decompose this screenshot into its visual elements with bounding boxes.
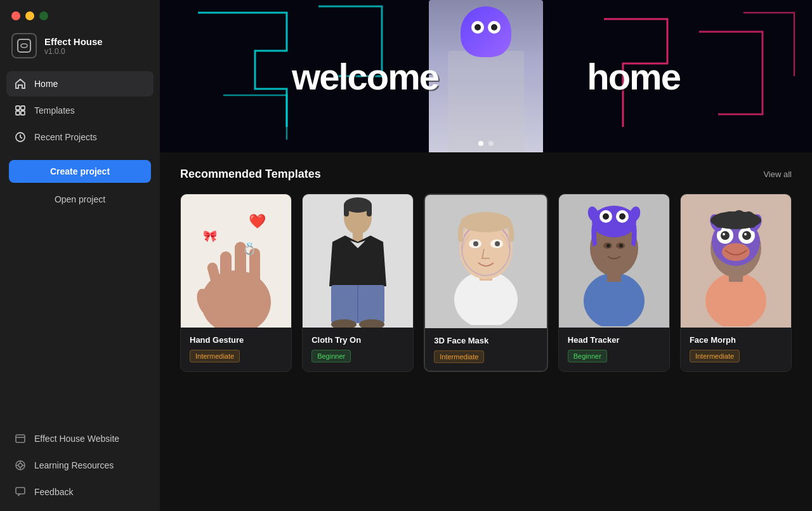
svg-point-59 (721, 231, 730, 240)
minimize-button[interactable] (25, 11, 34, 20)
main-content: welcome home (160, 0, 812, 511)
main-nav: Home Templates Recent Projects (0, 71, 160, 150)
template-card-hand-gesture[interactable]: ❤️ 🎀 💍 Hand Gesture Intermediate (180, 194, 292, 372)
person-illustration-face-morph (688, 196, 783, 326)
card-badge-face-mask: Intermediate (434, 350, 484, 363)
card-body-face-mask: 3D Face Mask Intermediate (425, 328, 547, 371)
svg-point-38 (461, 212, 511, 232)
hero-banner: welcome home (160, 0, 812, 152)
card-title-cloth: Cloth Try On (311, 335, 404, 345)
svg-point-51 (606, 244, 610, 248)
content-area: Recommended Templates View all (160, 152, 812, 511)
view-all-link[interactable]: View all (763, 169, 792, 179)
card-badge-head-tracker: Beginner (568, 350, 607, 362)
card-badge-cloth: Beginner (311, 350, 351, 362)
svg-point-42 (592, 206, 636, 237)
carousel-dot-2[interactable] (488, 141, 494, 146)
home-word: home (587, 56, 680, 97)
nav-label-home: Home (34, 79, 58, 89)
nav-label-website: Effect House Website (34, 434, 119, 444)
svg-point-8 (18, 463, 22, 467)
svg-point-63 (722, 243, 750, 261)
ring-emoji: 💍 (242, 242, 256, 256)
svg-rect-28 (344, 204, 349, 216)
svg-rect-13 (16, 488, 25, 494)
svg-point-62 (744, 233, 747, 236)
heart-emoji: ❤️ (249, 213, 266, 230)
create-project-button[interactable]: Create project (9, 160, 151, 183)
carousel-dot-1[interactable] (478, 141, 483, 146)
template-card-face-mask[interactable]: 3D Face Mask Intermediate (424, 194, 548, 372)
feedback-icon (14, 486, 27, 498)
nav-item-templates[interactable]: Templates (6, 98, 154, 123)
card-image-head-tracker (559, 194, 669, 328)
templates-icon (14, 104, 27, 117)
recent-icon (14, 131, 27, 143)
template-card-head-tracker[interactable]: Head Tracker Beginner (558, 194, 670, 372)
person-illustration-head-tracker (566, 196, 662, 326)
card-title-face-morph: Face Morph (690, 335, 782, 345)
hand-illustration (185, 201, 287, 328)
card-body-head-tracker: Head Tracker Beginner (559, 328, 669, 370)
card-badge-face-morph: Intermediate (690, 350, 740, 362)
svg-point-36 (473, 241, 478, 246)
home-icon (14, 77, 27, 90)
card-body-cloth: Cloth Try On Beginner (303, 328, 413, 370)
card-title-hand-gesture: Hand Gesture (190, 335, 282, 345)
svg-rect-2 (21, 106, 25, 110)
svg-point-71 (747, 218, 757, 228)
section-title: Recommended Templates (180, 168, 321, 181)
person-illustration-face-mask (438, 198, 534, 325)
app-version: v1.0.0 (44, 47, 103, 56)
card-body-hand-gesture: Hand Gesture Intermediate (181, 328, 291, 370)
app-icon (11, 33, 37, 58)
template-card-cloth[interactable]: Cloth Try On Beginner (302, 194, 414, 372)
traffic-lights (0, 0, 160, 27)
card-title-face-mask: 3D Face Mask (434, 336, 538, 345)
welcome-word: welcome (292, 56, 438, 97)
svg-point-37 (495, 241, 500, 246)
bottom-nav: Effect House Website Learning Resources (0, 420, 160, 511)
svg-rect-29 (367, 204, 372, 216)
app-name: Effect House (44, 36, 103, 47)
card-image-hand-gesture: ❤️ 🎀 💍 (181, 194, 291, 328)
website-icon (14, 432, 27, 445)
svg-point-60 (742, 231, 751, 240)
nav-label-feedback: Feedback (34, 487, 73, 497)
nav-item-learning[interactable]: Learning Resources (6, 453, 154, 478)
sidebar: Effect House v1.0.0 Home Templates (0, 0, 160, 511)
svg-rect-1 (16, 106, 20, 110)
close-button[interactable] (11, 11, 20, 20)
hero-title: welcome home (292, 55, 680, 98)
svg-rect-0 (18, 39, 30, 52)
svg-point-61 (723, 233, 725, 236)
templates-grid: ❤️ 🎀 💍 Hand Gesture Intermediate (180, 194, 792, 372)
svg-rect-6 (16, 435, 25, 442)
card-image-face-morph (681, 194, 791, 328)
nav-item-recent-projects[interactable]: Recent Projects (6, 124, 154, 150)
svg-point-46 (619, 213, 625, 220)
card-body-face-morph: Face Morph Intermediate (681, 328, 791, 370)
brand-section: Effect House v1.0.0 (0, 27, 160, 71)
template-card-face-morph[interactable]: Face Morph Intermediate (680, 194, 792, 372)
svg-rect-18 (249, 248, 260, 304)
nav-label-learning: Learning Resources (34, 460, 114, 470)
section-header: Recommended Templates View all (180, 168, 792, 181)
nav-item-feedback[interactable]: Feedback (6, 479, 154, 505)
person-illustration-cloth (313, 197, 402, 328)
bow-emoji: 🎀 (203, 229, 217, 243)
card-image-cloth (303, 194, 413, 328)
nav-label-templates: Templates (34, 105, 75, 116)
svg-rect-4 (21, 111, 25, 115)
open-project-button[interactable]: Open project (9, 188, 151, 211)
card-title-head-tracker: Head Tracker (568, 335, 660, 345)
svg-point-52 (619, 244, 623, 248)
svg-point-45 (603, 213, 609, 220)
nav-item-website[interactable]: Effect House Website (6, 426, 154, 451)
card-image-face-mask (425, 195, 547, 328)
svg-rect-3 (16, 111, 20, 115)
hero-carousel-dots (478, 141, 494, 146)
nav-label-recent: Recent Projects (34, 132, 97, 142)
nav-item-home[interactable]: Home (6, 71, 154, 96)
maximize-button[interactable] (39, 11, 48, 20)
